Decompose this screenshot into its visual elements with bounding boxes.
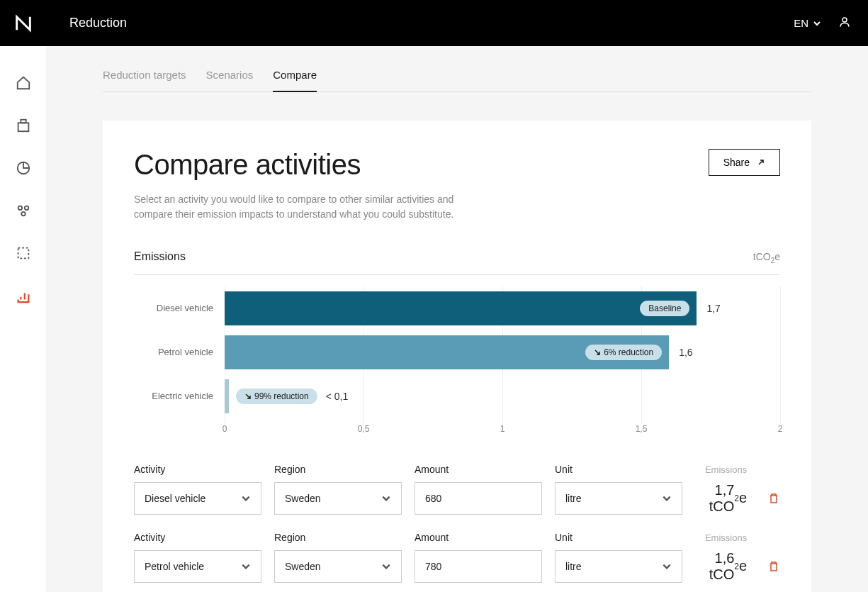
bar-petrol: 6% reduction 1,6 <box>225 335 669 369</box>
svg-point-0 <box>842 18 847 22</box>
bar-label: Diesel vehicle <box>134 303 225 313</box>
nav-reports[interactable] <box>15 160 32 177</box>
page-title: Compare activities <box>134 149 474 181</box>
nav-scopes[interactable] <box>15 202 32 219</box>
amount-label: Amount <box>415 532 542 543</box>
unit-select[interactable]: litre <box>555 482 682 515</box>
axis-tick: 2 <box>778 424 783 434</box>
chevron-down-icon <box>241 562 251 571</box>
bar-label: Electric vehicle <box>134 391 225 401</box>
emissions-label: Emissions <box>705 464 747 475</box>
nav-company[interactable] <box>15 117 32 134</box>
chart-row-diesel: Diesel vehicle Baseline 1,7 <box>134 286 780 330</box>
region-label: Region <box>274 532 402 543</box>
delete-row-button[interactable] <box>768 482 780 515</box>
region-select[interactable]: Sweden <box>274 482 402 515</box>
amount-input[interactable]: 780 <box>415 550 542 583</box>
chart-unit: tCO2e <box>753 251 780 264</box>
chevron-down-icon <box>662 493 672 503</box>
chart-title: Emissions <box>134 250 186 263</box>
unit-label: Unit <box>555 532 682 543</box>
region-select[interactable]: Sweden <box>274 550 402 583</box>
main-content: Reduction targets Scenarios Compare Comp… <box>46 46 868 592</box>
nav-home[interactable] <box>15 74 32 91</box>
reduction-badge: 6% reduction <box>585 345 662 360</box>
page-section-title: Reduction <box>69 16 127 30</box>
language-label: EN <box>794 17 808 29</box>
bar-label: Petrol vehicle <box>134 347 225 357</box>
topbar: Reduction EN <box>0 0 868 46</box>
arrow-down-right-icon <box>244 393 252 400</box>
user-menu[interactable] <box>838 16 851 31</box>
delete-row-button[interactable] <box>768 550 780 583</box>
activity-select[interactable]: Petrol vehicle <box>134 550 261 583</box>
svg-point-6 <box>21 212 26 216</box>
compare-card: Compare activities Select an activity yo… <box>103 121 811 592</box>
activity-row: Activity Diesel vehicle Region Sweden <box>134 464 780 515</box>
nav-data[interactable] <box>15 245 32 262</box>
activity-label: Activity <box>134 464 261 475</box>
emissions-label: Emissions <box>705 532 747 543</box>
chevron-down-icon <box>381 562 391 571</box>
sidebar <box>0 46 46 592</box>
x-axis: 0 0,5 1 1,5 2 <box>225 424 780 441</box>
bar-value: 1,6 <box>679 347 692 358</box>
axis-tick: 1 <box>500 424 505 434</box>
axis-tick: 0,5 <box>358 424 370 434</box>
reduction-badge: 99% reduction <box>236 389 317 404</box>
trash-icon <box>768 561 779 572</box>
activity-label: Activity <box>134 532 261 543</box>
bar-value: 1,7 <box>706 303 720 314</box>
region-label: Region <box>274 464 402 475</box>
share-button[interactable]: Share <box>709 149 780 176</box>
axis-tick: 1,5 <box>636 424 648 434</box>
chevron-down-icon <box>813 19 821 28</box>
share-label: Share <box>723 157 750 168</box>
chart-row-petrol: Petrol vehicle 6% reduction 1,6 <box>134 330 780 374</box>
external-link-icon <box>757 158 765 167</box>
activity-select[interactable]: Diesel vehicle <box>134 482 261 515</box>
emissions-value: 1,6 tCO2e <box>695 550 747 583</box>
tab-reduction-targets[interactable]: Reduction targets <box>103 69 186 91</box>
svg-point-4 <box>18 206 22 211</box>
activity-list: Activity Diesel vehicle Region Sweden <box>134 464 780 583</box>
arrow-down-right-icon <box>594 349 601 356</box>
trash-icon <box>768 493 779 504</box>
emissions-value: 1,7 tCO2e <box>695 482 747 515</box>
svg-rect-1 <box>18 123 28 131</box>
tab-scenarios[interactable]: Scenarios <box>206 69 254 91</box>
chevron-down-icon <box>241 493 251 503</box>
page-description: Select an activity you would like to com… <box>134 192 474 222</box>
bar-diesel: Baseline 1,7 <box>225 291 697 325</box>
svg-rect-2 <box>21 120 26 123</box>
app-logo[interactable] <box>0 0 46 46</box>
chevron-down-icon <box>381 493 391 503</box>
bar-value: < 0,1 <box>326 391 349 402</box>
unit-label: Unit <box>555 464 682 475</box>
tabs: Reduction targets Scenarios Compare <box>103 69 811 92</box>
language-selector[interactable]: EN <box>794 17 821 29</box>
activity-row: Activity Petrol vehicle Region Sweden <box>134 532 780 583</box>
amount-label: Amount <box>415 464 542 475</box>
svg-rect-7 <box>18 248 28 259</box>
nav-reduction[interactable] <box>15 287 32 304</box>
baseline-badge: Baseline <box>640 301 689 316</box>
axis-tick: 0 <box>222 424 227 434</box>
amount-input[interactable]: 680 <box>415 482 542 515</box>
tab-compare[interactable]: Compare <box>273 69 317 92</box>
bar-electric <box>225 379 229 413</box>
emissions-chart: Diesel vehicle Baseline 1,7 Petrol vehic… <box>134 286 780 441</box>
chevron-down-icon <box>662 562 672 571</box>
unit-select[interactable]: litre <box>555 550 682 583</box>
chart-row-electric: Electric vehicle 99% reduction < 0,1 <box>134 374 780 418</box>
svg-point-5 <box>24 206 28 211</box>
